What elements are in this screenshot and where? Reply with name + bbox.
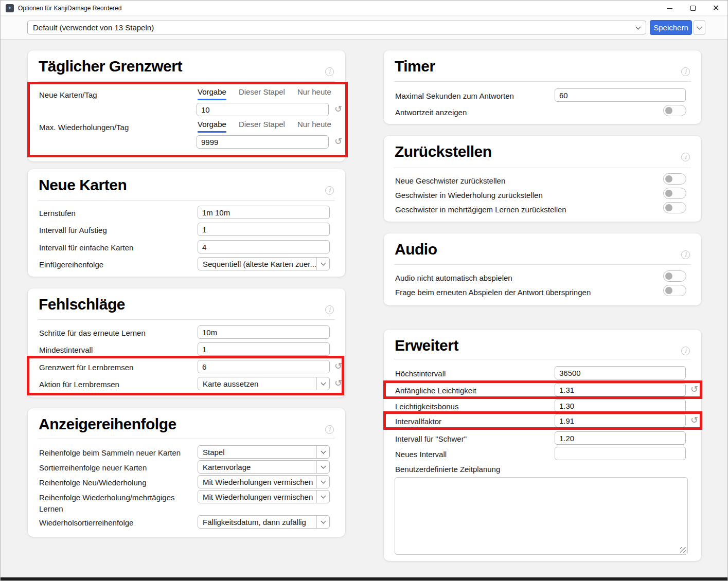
- starting-ease-input[interactable]: [555, 383, 686, 396]
- row-label: Intervall für einfache Karten: [39, 242, 133, 253]
- info-icon[interactable]: i: [681, 153, 690, 161]
- skip-question-on-replay-toggle[interactable]: [663, 285, 686, 296]
- select-value: Fälligkeitsdatum, dann zufällig: [198, 518, 316, 526]
- scope-tabs: Vorgabe Dieser Stapel Nur heute: [198, 120, 331, 133]
- show-answer-timer-toggle[interactable]: [663, 105, 686, 116]
- row-label: Wiederholsortierreihenfolge: [39, 517, 133, 529]
- bury-new-siblings-toggle[interactable]: [663, 173, 686, 185]
- reset-icon[interactable]: ↺: [334, 378, 342, 388]
- new-review-order-select[interactable]: Mit Wiederholungen vermischen: [198, 475, 330, 488]
- interval-modifier-input[interactable]: [555, 414, 686, 427]
- window-title: Optionen für KanjiDamage Reordered: [18, 5, 121, 12]
- row-label: Geschwister in Wiederholung zurückstelle…: [395, 190, 543, 201]
- save-button[interactable]: Speichern: [650, 20, 692, 35]
- tab-vorgabe[interactable]: Vorgabe: [198, 120, 226, 133]
- divider: [394, 359, 691, 359]
- save-options-button[interactable]: [694, 20, 705, 35]
- insertion-order-select[interactable]: Sequentiell (älteste Karten zuer...: [198, 257, 330, 270]
- info-icon[interactable]: i: [681, 250, 690, 259]
- tab-nur-heute[interactable]: Nur heute: [297, 87, 331, 100]
- reset-icon[interactable]: ↺: [334, 361, 342, 371]
- new-interval-input[interactable]: [555, 447, 686, 460]
- review-sort-order-select[interactable]: Fälligkeitsdatum, dann zufällig: [198, 515, 330, 529]
- toggle-knob: [665, 175, 672, 183]
- leech-threshold-input[interactable]: [198, 360, 330, 373]
- divider: [38, 319, 335, 320]
- bury-review-siblings-toggle[interactable]: [663, 188, 686, 199]
- graduating-interval-input[interactable]: [198, 223, 330, 236]
- section-title: Neue Karten: [39, 176, 127, 194]
- chevron-down-icon: [316, 516, 329, 528]
- resize-grip[interactable]: [680, 547, 686, 553]
- easy-interval-input[interactable]: [198, 240, 330, 253]
- divider: [394, 81, 691, 82]
- row-label: Anfängliche Leichtigkeit: [395, 385, 476, 396]
- relearning-steps-input[interactable]: [198, 325, 330, 339]
- preset-dropdown[interactable]: Default (verwendet von 13 Stapeln): [27, 21, 646, 34]
- section-title: Timer: [395, 58, 435, 75]
- max-reviews-per-day-input[interactable]: [197, 135, 329, 149]
- reset-icon[interactable]: ↺: [690, 385, 698, 394]
- section-advanced: Erweitert i Höchstintervall Anfängliche …: [384, 330, 701, 561]
- hard-interval-input[interactable]: [555, 431, 686, 445]
- row-label: Antwortzeit anzeigen: [395, 107, 467, 118]
- custom-scheduling-textarea[interactable]: [395, 477, 688, 555]
- app-icon: ✦: [6, 4, 14, 12]
- new-card-gather-order-select[interactable]: Stapel: [198, 445, 330, 459]
- tab-vorgabe[interactable]: Vorgabe: [198, 87, 226, 100]
- info-icon[interactable]: i: [325, 186, 334, 195]
- maximize-button[interactable]: [681, 1, 704, 16]
- close-button[interactable]: ✕: [704, 1, 727, 16]
- row-label: Aktion für Lernbremsen: [39, 379, 119, 390]
- row-label: Höchstintervall: [395, 368, 446, 379]
- section-audio: Audio i Audio nicht automatisch abspiele…: [384, 233, 701, 305]
- row-label: Reihenfolge Neu/Wiederholung: [39, 477, 146, 488]
- reset-icon[interactable]: ↺: [334, 104, 342, 114]
- taskbar-sliver: [1, 577, 727, 580]
- select-value: Mit Wiederholungen vermischen: [198, 478, 316, 486]
- scope-tabs: Vorgabe Dieser Stapel Nur heute: [198, 87, 331, 100]
- row-label: Intervall für "Schwer": [395, 433, 467, 445]
- info-icon[interactable]: i: [325, 67, 334, 76]
- divider: [394, 168, 691, 168]
- interday-learning-order-select[interactable]: Mit Wiederholungen vermischen: [198, 490, 330, 503]
- toggle-knob: [665, 273, 672, 280]
- bury-interday-siblings-toggle[interactable]: [663, 202, 686, 213]
- reset-icon[interactable]: ↺: [690, 415, 698, 425]
- row-label: Intervall für Aufstieg: [39, 225, 107, 236]
- learning-steps-input[interactable]: [198, 206, 330, 219]
- chevron-down-icon: [636, 24, 641, 29]
- new-card-sort-order-select[interactable]: Kartenvorlage: [198, 460, 330, 474]
- info-icon[interactable]: i: [681, 347, 690, 355]
- leech-action-select[interactable]: Karte aussetzen: [198, 377, 330, 390]
- info-icon[interactable]: i: [325, 305, 334, 314]
- minimum-interval-input[interactable]: [198, 342, 330, 356]
- info-icon[interactable]: i: [681, 67, 690, 76]
- dont-autoplay-audio-toggle[interactable]: [663, 270, 686, 282]
- row-label: Leichtigkeitsbonus: [395, 401, 458, 412]
- row-label: Sortierreihenfolge neuer Karten: [39, 462, 147, 474]
- max-answer-seconds-input[interactable]: [555, 88, 686, 102]
- row-label: Maximal Sekunden zum Antworten: [395, 90, 514, 102]
- section-bury: Zurückstellen i Neue Geschwister zurücks…: [384, 136, 701, 222]
- section-daily-limit: Täglicher Grenzwert i Neue Karten/Tag Vo…: [28, 50, 345, 161]
- easy-bonus-input[interactable]: [555, 399, 686, 412]
- tab-dieser-stapel[interactable]: Dieser Stapel: [239, 87, 285, 100]
- section-title: Anzeigereihenfolge: [39, 415, 176, 433]
- reset-icon[interactable]: ↺: [334, 137, 342, 146]
- tab-nur-heute[interactable]: Nur heute: [297, 120, 331, 133]
- new-cards-per-day-input[interactable]: [197, 103, 329, 116]
- maximum-interval-input[interactable]: [555, 366, 686, 379]
- section-title: Audio: [395, 241, 437, 258]
- chevron-down-icon: [316, 377, 329, 390]
- select-value: Kartenvorlage: [198, 463, 316, 471]
- select-value: Karte aussetzen: [198, 379, 316, 388]
- minimize-button[interactable]: [658, 1, 681, 16]
- section-timer: Timer i Maximal Sekunden zum Antworten A…: [384, 50, 701, 124]
- row-label: Neue Karten/Tag: [39, 89, 97, 101]
- row-label: Einfügereihenfolge: [39, 259, 103, 270]
- toggle-knob: [665, 190, 672, 197]
- tab-dieser-stapel[interactable]: Dieser Stapel: [239, 120, 285, 133]
- info-icon[interactable]: i: [325, 425, 334, 434]
- divider: [394, 264, 691, 265]
